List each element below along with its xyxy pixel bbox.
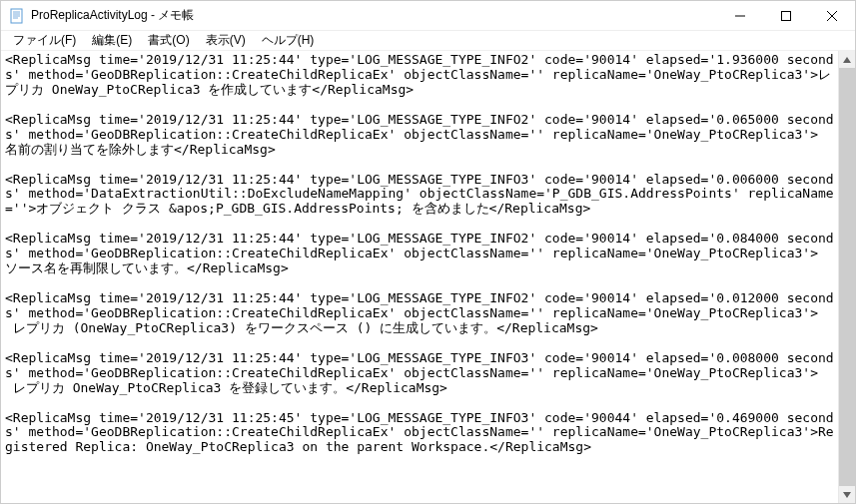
menu-help[interactable]: ヘルプ(H) (254, 30, 323, 51)
close-button[interactable] (809, 1, 855, 31)
svg-marker-10 (843, 492, 851, 498)
menu-view[interactable]: 表示(V) (198, 30, 254, 51)
menu-edit[interactable]: 編集(E) (84, 30, 140, 51)
text-editor[interactable]: <ReplicaMsg time='2019/12/31 11:25:44' t… (1, 51, 838, 503)
scroll-up-button[interactable] (839, 51, 855, 68)
titlebar: ProReplicaActivityLog - メモ帳 (1, 1, 855, 31)
menu-format[interactable]: 書式(O) (140, 30, 197, 51)
minimize-button[interactable] (717, 1, 763, 31)
svg-marker-9 (843, 57, 851, 63)
window-controls (717, 1, 855, 30)
window-title: ProReplicaActivityLog - メモ帳 (31, 7, 717, 24)
svg-rect-6 (782, 12, 791, 21)
menu-file[interactable]: ファイル(F) (5, 30, 84, 51)
scrollbar-thumb[interactable] (839, 68, 855, 486)
notepad-icon (9, 8, 25, 24)
scroll-down-button[interactable] (839, 486, 855, 503)
maximize-button[interactable] (763, 1, 809, 31)
vertical-scrollbar[interactable] (838, 51, 855, 503)
menubar: ファイル(F) 編集(E) 書式(O) 表示(V) ヘルプ(H) (1, 31, 855, 51)
scrollbar-track[interactable] (839, 68, 855, 486)
content-area: <ReplicaMsg time='2019/12/31 11:25:44' t… (1, 51, 855, 503)
